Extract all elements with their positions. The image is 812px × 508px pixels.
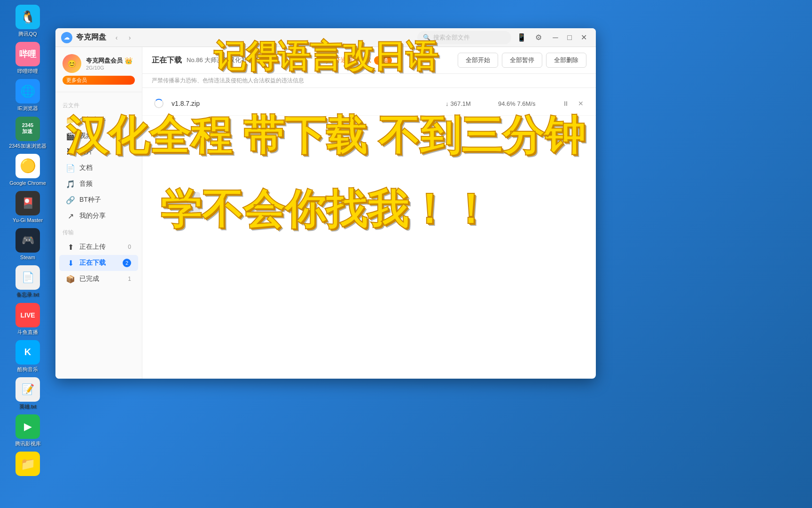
download-badge: 2 (123, 259, 131, 267)
download-title-area: 正在下载 No.86 大师决斗汉化补丁 1 (152, 56, 258, 65)
sidebar-item-video[interactable]: 🎬 视频 (59, 128, 138, 144)
search-icon: 🔍 (423, 34, 430, 41)
search-box[interactable]: 🔍 搜索全部文件 (417, 31, 511, 44)
desktop-icon-qq-label: 腾讯QQ (18, 31, 37, 37)
pause-item-button[interactable]: ⏸ (560, 98, 571, 109)
sidebar-item-bt-label: BT种子 (79, 196, 101, 204)
download-icon: ⬇ (66, 259, 75, 267)
sidebar-item-photo[interactable]: 🖼 图片 (59, 144, 138, 160)
desktop-icon-kugou[interactable]: K 酷狗音乐 (7, 340, 49, 373)
user-section: 😊 夸克网盘会员 👑 2G/10G 更多会员 (55, 54, 142, 92)
loading-spinner (154, 99, 164, 108)
desktop-icon-chrome-label: Google Chrome (9, 180, 46, 186)
sidebar-item-share-label: 我的分享 (79, 212, 106, 220)
desktop-icon-txt2[interactable]: 📝 英雄.txt (7, 377, 49, 410)
logo-icon: ☁ (61, 32, 72, 43)
desktop-icon-yugi-label: Yu-Gi Master (13, 217, 43, 223)
sidebar-item-done[interactable]: 📦 已完成 1 (59, 271, 138, 287)
nav-forward-button[interactable]: › (124, 32, 135, 43)
title-bar-left: ☁ 夸克网盘 ‹ › (61, 32, 135, 43)
download-item: v1.8.7.zip ↓ 367.1M 94.6% 7.6M/s ⏸ ✕ (142, 92, 596, 116)
photo-icon: 🖼 (66, 148, 75, 156)
sidebar-item-bt[interactable]: 🔗 BT种子 (59, 192, 138, 208)
download-count: No.86 大师决斗汉化补丁 1 (187, 56, 258, 64)
user-vip-icon: 👑 (125, 57, 133, 64)
title-bar: ☁ 夸克网盘 ‹ › 🔍 搜索全部文件 📱 ⚙ ─ □ ✕ (55, 28, 596, 47)
nav-arrows: ‹ › (111, 32, 135, 43)
sidebar-item-upload[interactable]: ⬆ 正在上传 0 (59, 239, 138, 255)
mobile-icon-button[interactable]: 📱 (515, 31, 528, 44)
desktop-icon-speed-label: 2345加速浏览器 (9, 143, 46, 149)
desktop-icon-tencent-video[interactable]: ▶ 腾讯影视库 (7, 414, 49, 447)
sidebar-item-video-label: 视频 (79, 132, 93, 140)
sidebar-item-upload-label: 正在上传 (79, 243, 106, 251)
speed-on-button[interactable]: 开通 (374, 56, 392, 65)
settings-icon-button[interactable]: ⚙ (532, 31, 545, 44)
desktop-icon-bilibili[interactable]: 哔哩 哔哩哔哩 (7, 42, 49, 74)
desktop-icon-txt1[interactable]: 📄 备忘录.txt (7, 265, 49, 298)
desktop-icon-txt2-label: 英雄.txt (19, 404, 37, 410)
bt-icon: 🔗 (66, 196, 75, 204)
app-name: 夸克网盘 (76, 32, 106, 42)
desktop-icon-txt1-label: 备忘录.txt (16, 292, 39, 298)
title-bar-right: 🔍 搜索全部文件 📱 ⚙ ─ □ ✕ (417, 31, 590, 44)
file-spinner (152, 96, 166, 111)
start-all-button[interactable]: 全部开始 (458, 53, 498, 68)
download-header: 正在下载 No.86 大师决斗汉化补丁 1 ⚡ 开通极速下载 开通 全部开始 全… (142, 47, 596, 74)
user-info: 😊 夸克网盘会员 👑 2G/10G (62, 54, 135, 73)
desktop-icon-qq[interactable]: 🐧 腾讯QQ (7, 5, 49, 37)
file-name: v1.8.7.zip (172, 100, 440, 107)
sidebar-item-download-label: 正在下载 (79, 259, 106, 267)
username: 夸克网盘会员 👑 (86, 56, 133, 65)
upgrade-button[interactable]: 更多会员 (62, 76, 135, 85)
done-icon: 📦 (66, 275, 75, 283)
lightning-icon: ⚡ (324, 57, 332, 64)
upload-badge: 0 (128, 244, 131, 250)
sidebar-item-all[interactable]: 📁 全部文件 (59, 112, 138, 128)
transfer-section-title: 传输 (55, 224, 142, 239)
desktop-icon-kugou-label: 酷狗音乐 (17, 366, 38, 373)
window-controls: ─ □ ✕ (549, 31, 590, 44)
desktop-icon-steam-label: Steam (20, 254, 35, 261)
video-icon: 🎬 (66, 132, 75, 140)
sidebar-toggle-button[interactable]: ‹ (192, 192, 200, 215)
sidebar-item-audio[interactable]: 🎵 音频 (59, 176, 138, 192)
desktop-icon-chrome[interactable]: 🟡 Google Chrome (7, 154, 49, 186)
sidebar-item-download[interactable]: ⬇ 正在下载 2 (59, 255, 138, 271)
done-badge: 1 (128, 276, 131, 282)
close-button[interactable]: ✕ (577, 31, 590, 44)
desktop-icon-live[interactable]: LIVE 斗鱼直播 (7, 303, 49, 335)
user-details: 夸克网盘会员 👑 2G/10G (86, 56, 133, 71)
nav-back-button[interactable]: ‹ (111, 32, 122, 43)
desktop-icon-ie[interactable]: 🌐 IE浏览器 (7, 79, 49, 111)
desktop-icon-speed[interactable]: 2345加速 2345加速浏览器 (7, 117, 49, 149)
maximize-button[interactable]: □ (563, 31, 576, 44)
pause-all-button[interactable]: 全部暂停 (502, 53, 542, 68)
desktop-icon-folder[interactable]: 📁 (7, 452, 49, 478)
delete-all-button[interactable]: 全部删除 (546, 53, 586, 68)
download-section-label: 正在下载 (152, 56, 182, 65)
doc-icon: 📄 (66, 164, 75, 172)
cancel-item-button[interactable]: ✕ (575, 98, 586, 109)
share-icon: ↗ (66, 212, 75, 220)
speed-badge: ⚡ 开通极速下载 开通 (324, 56, 392, 65)
warning-text: 严禁传播暴力恐怖、色情违法及侵犯他人合法权益的违法信息 (142, 74, 596, 88)
desktop-icon-yugi[interactable]: 🎴 Yu-Gi Master (7, 191, 49, 223)
search-placeholder: 搜索全部文件 (433, 33, 470, 42)
desktop-icon-ie-label: IE浏览器 (17, 105, 38, 111)
content-area: 😊 夸克网盘会员 👑 2G/10G 更多会员 云文件 📁 全部文件 (55, 47, 596, 379)
minimize-button[interactable]: ─ (549, 31, 562, 44)
audio-icon: 🎵 (66, 180, 75, 188)
download-list: v1.8.7.zip ↓ 367.1M 94.6% 7.6M/s ⏸ ✕ (142, 88, 596, 379)
folder-icon: 📁 (66, 116, 75, 124)
sidebar-item-all-label: 全部文件 (79, 116, 106, 124)
sidebar-item-share[interactable]: ↗ 我的分享 (59, 208, 138, 224)
avatar: 😊 (62, 54, 81, 73)
header-actions: 全部开始 全部暂停 全部删除 (458, 53, 586, 68)
item-actions: ⏸ ✕ (560, 98, 586, 109)
desktop-icon-tencent-video-label: 腾讯影视库 (15, 441, 41, 447)
sidebar-item-audio-label: 音频 (79, 180, 93, 188)
sidebar-item-doc[interactable]: 📄 文档 (59, 160, 138, 176)
cloud-section-title: 云文件 (55, 97, 142, 112)
desktop-icon-steam[interactable]: 🎮 Steam (7, 228, 49, 261)
